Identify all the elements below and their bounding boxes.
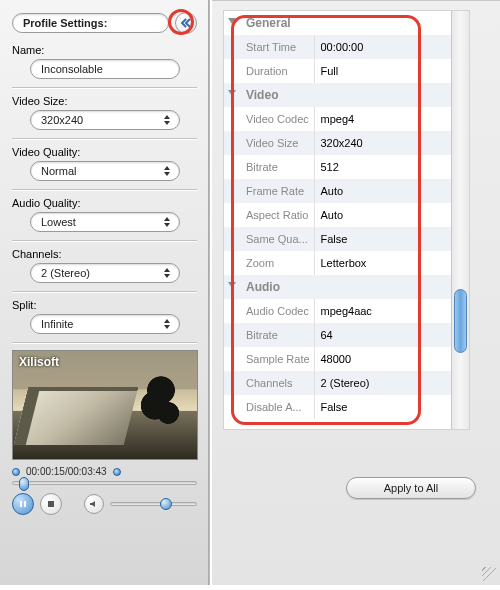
chevron-updown-icon xyxy=(161,317,173,331)
chevron-updown-icon xyxy=(161,164,173,178)
section-video[interactable]: Video xyxy=(224,83,469,107)
settings-sidebar: Profile Settings: Name: Inconsolable Vid… xyxy=(0,0,210,585)
channels-value: 2 (Stereo) xyxy=(41,267,90,279)
video-preview[interactable]: Xilisoft xyxy=(12,350,198,460)
duration-field[interactable]: Full xyxy=(314,59,469,83)
apply-to-all-label: Apply to All xyxy=(384,482,438,494)
pause-icon xyxy=(19,500,27,508)
volume-thumb[interactable] xyxy=(160,498,172,510)
prop-key: Same Qua... xyxy=(224,227,314,251)
prop-key: Duration xyxy=(224,59,314,83)
chevron-left-double-icon xyxy=(180,17,192,29)
svg-rect-0 xyxy=(20,501,22,507)
divider xyxy=(12,240,197,242)
video-quality-select[interactable]: Normal xyxy=(30,161,180,181)
vertical-scrollbar[interactable] xyxy=(451,11,469,429)
mute-button[interactable] xyxy=(84,494,104,514)
video-size-value: 320x240 xyxy=(41,114,83,126)
audio-quality-value: Lowest xyxy=(41,216,76,228)
chevron-updown-icon xyxy=(161,215,173,229)
apply-to-all-button[interactable]: Apply to All xyxy=(346,477,476,499)
seek-slider[interactable] xyxy=(12,481,197,485)
stop-icon xyxy=(47,500,55,508)
pause-button[interactable] xyxy=(12,493,34,515)
chevron-updown-icon xyxy=(161,113,173,127)
collapse-panel-button[interactable] xyxy=(175,12,197,34)
prop-key: Start Time xyxy=(224,35,314,59)
split-label: Split: xyxy=(12,299,197,311)
split-select[interactable]: Infinite xyxy=(30,314,180,334)
name-label: Name: xyxy=(12,44,197,56)
divider xyxy=(12,138,197,140)
stop-button[interactable] xyxy=(40,493,62,515)
marker-in-icon[interactable] xyxy=(12,468,20,476)
volume-slider[interactable] xyxy=(110,502,197,506)
video-size-label: Video Size: xyxy=(12,95,197,107)
split-value: Infinite xyxy=(41,318,73,330)
audio-channels-field[interactable]: 2 (Stereo) xyxy=(314,371,469,395)
properties-table: General Start Time00:00:00 DurationFull … xyxy=(224,11,469,419)
video-quality-label: Video Quality: xyxy=(12,146,197,158)
seek-thumb[interactable] xyxy=(19,477,29,491)
video-bitrate-field[interactable]: 512 xyxy=(314,155,469,179)
name-value: Inconsolable xyxy=(41,63,103,75)
video-size-field[interactable]: 320x240 xyxy=(314,131,469,155)
prop-key: Frame Rate xyxy=(224,179,314,203)
zoom-field[interactable]: Letterbox xyxy=(314,251,469,275)
svg-rect-1 xyxy=(24,501,26,507)
prop-key: Disable A... xyxy=(224,395,314,419)
audio-bitrate-field[interactable]: 64 xyxy=(314,323,469,347)
section-audio[interactable]: Audio xyxy=(224,275,469,299)
divider xyxy=(12,291,197,293)
disclosure-triangle-icon xyxy=(228,90,236,96)
prop-key: Bitrate xyxy=(224,155,314,179)
prop-key: Video Codec xyxy=(224,107,314,131)
video-size-select[interactable]: 320x240 xyxy=(30,110,180,130)
disable-audio-field[interactable]: False xyxy=(314,395,469,419)
disclosure-triangle-icon xyxy=(228,282,236,288)
scrollbar-thumb[interactable] xyxy=(454,289,467,353)
divider xyxy=(12,87,197,89)
name-input[interactable]: Inconsolable xyxy=(30,59,180,79)
audio-quality-label: Audio Quality: xyxy=(12,197,197,209)
prop-key: Sample Rate xyxy=(224,347,314,371)
divider xyxy=(12,189,197,191)
svg-rect-2 xyxy=(48,501,54,507)
aspect-ratio-field[interactable]: Auto xyxy=(314,203,469,227)
same-quality-field[interactable]: False xyxy=(314,227,469,251)
prop-key: Video Size xyxy=(224,131,314,155)
preview-brand: Xilisoft xyxy=(19,355,59,369)
frame-rate-field[interactable]: Auto xyxy=(314,179,469,203)
channels-label: Channels: xyxy=(12,248,197,260)
channels-select[interactable]: 2 (Stereo) xyxy=(30,263,180,283)
video-codec-field[interactable]: mpeg4 xyxy=(314,107,469,131)
divider xyxy=(12,342,197,344)
video-quality-value: Normal xyxy=(41,165,76,177)
sample-rate-field[interactable]: 48000 xyxy=(314,347,469,371)
prop-key: Aspect Ratio xyxy=(224,203,314,227)
speaker-icon xyxy=(89,499,99,509)
audio-quality-select[interactable]: Lowest xyxy=(30,212,180,232)
start-time-field[interactable]: 00:00:00 xyxy=(314,35,469,59)
prop-key: Channels xyxy=(224,371,314,395)
prop-key: Audio Codec xyxy=(224,299,314,323)
resize-grip-icon[interactable] xyxy=(482,567,496,581)
disclosure-triangle-icon xyxy=(228,18,236,24)
properties-table-wrap: General Start Time00:00:00 DurationFull … xyxy=(224,11,469,429)
marker-out-icon[interactable] xyxy=(113,468,121,476)
audio-codec-field[interactable]: mpeg4aac xyxy=(314,299,469,323)
chevron-updown-icon xyxy=(161,266,173,280)
timecode-display: 00:00:15/00:03:43 xyxy=(26,466,107,477)
prop-key: Bitrate xyxy=(224,323,314,347)
section-general[interactable]: General xyxy=(224,11,469,35)
properties-panel: General Start Time00:00:00 DurationFull … xyxy=(212,0,500,585)
profile-settings-label: Profile Settings: xyxy=(12,13,169,33)
prop-key: Zoom xyxy=(224,251,314,275)
